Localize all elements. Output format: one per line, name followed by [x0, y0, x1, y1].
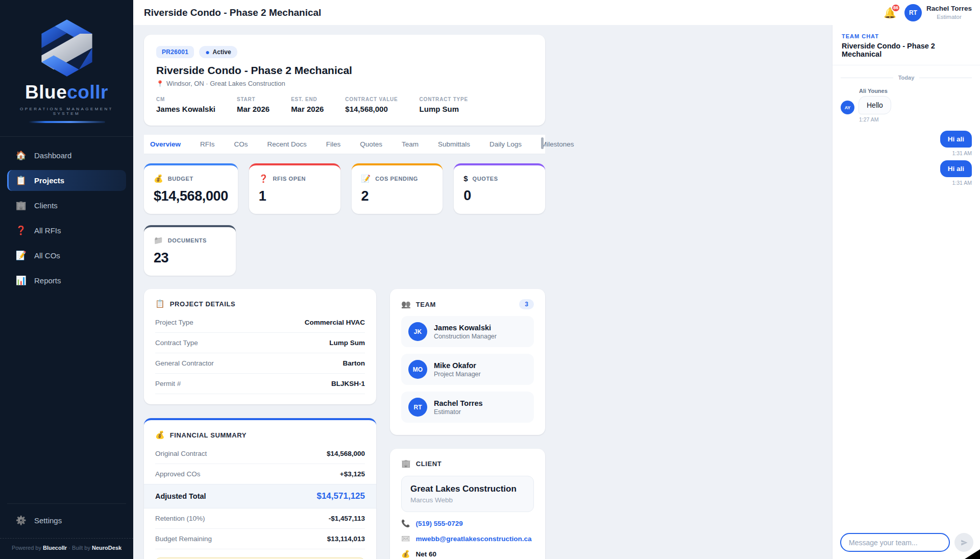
- money-bag-icon: 💰: [155, 430, 165, 440]
- paper-plane-icon: [960, 539, 968, 547]
- stat-cards-row-2: 📁 DOCUMENTS 23: [144, 225, 545, 276]
- folder-icon: 📁: [154, 236, 163, 245]
- tab-rfis[interactable]: RFIs: [199, 135, 216, 154]
- sidebar-item-dashboard[interactable]: 🏠 Dashboard: [7, 145, 126, 166]
- sidebar-item-projects[interactable]: 📋 Projects: [7, 170, 126, 191]
- team-member-row[interactable]: RT Rachel Torres Estimator: [401, 392, 534, 423]
- rfi-question-icon: ❓: [15, 225, 27, 236]
- money-bag-icon: 💰: [401, 550, 410, 558]
- team-member-row[interactable]: JK James Kowalski Construction Manager: [401, 316, 534, 347]
- status-badge: ● Active: [199, 46, 237, 58]
- tab-team[interactable]: Team: [401, 135, 420, 154]
- projects-icon: 📋: [15, 175, 27, 186]
- client-phone-link[interactable]: (519) 555-0729: [415, 520, 462, 527]
- notifications-button[interactable]: 🔔 86: [884, 7, 896, 19]
- bluecollr-logo-icon: [32, 17, 102, 81]
- project-details-card: 📋 PROJECT DETAILS Project Type Commercia…: [144, 289, 376, 404]
- project-title: Riverside Condo - Phase 2 Mechanical: [156, 64, 533, 77]
- meta-contract-value: CONTRACT VALUE $14,568,000: [345, 96, 398, 113]
- brand-tagline: OPERATIONS MANAGEMENT SYSTEM: [5, 107, 128, 116]
- chat-input-bar: [832, 527, 980, 559]
- tab-submittals[interactable]: Submittals: [437, 135, 471, 154]
- memo-icon: 📝: [361, 174, 371, 183]
- chat-timestamp: 1:31 AM: [952, 180, 972, 186]
- chat-timestamp: 1:31 AM: [952, 150, 972, 156]
- tab-recent-docs[interactable]: Recent Docs: [266, 135, 308, 154]
- sidebar-item-clients[interactable]: 🏢 Clients: [7, 195, 126, 216]
- tab-overview[interactable]: Overview: [149, 135, 182, 154]
- chat-day-divider: Today: [841, 75, 972, 81]
- member-avatar: MO: [408, 360, 427, 379]
- footer-brand-bluecollr: Bluecollr: [43, 545, 67, 551]
- tab-cos[interactable]: COs: [233, 135, 249, 154]
- client-card: 🏢 CLIENT Great Lakes Construction Marcus…: [390, 449, 545, 559]
- project-meta-row: CM James Kowalski START Mar 2026 EST. EN…: [156, 96, 533, 113]
- chat-message-incoming: Ali Younes AY Hello 1:27 AM: [841, 88, 972, 123]
- client-phone-row: 📞 (519) 555-0729: [401, 519, 534, 527]
- user-name: Rachel Torres: [926, 5, 972, 13]
- building-icon: 🏢: [401, 459, 411, 468]
- envelope-icon: ✉️: [401, 534, 410, 543]
- meta-cm: CM James Kowalski: [156, 96, 215, 113]
- client-company-box: Great Lakes Construction Marcus Webb: [401, 476, 534, 512]
- tab-milestones[interactable]: Milestones: [540, 135, 575, 154]
- sidebar-item-all-rfis[interactable]: ❓ All RFIs: [7, 220, 126, 241]
- chat-bubble: Hi ali: [940, 131, 972, 148]
- project-overview-card: PR26001 ● Active Riverside Condo - Phase…: [144, 35, 545, 126]
- tab-quotes[interactable]: Quotes: [359, 135, 383, 154]
- chat-bubble: Hello: [859, 96, 891, 114]
- user-menu[interactable]: RT Rachel Torres Estimator: [904, 4, 972, 21]
- chat-message-outgoing: Hi ali 1:31 AM: [841, 131, 972, 156]
- stat-card-cos-pending[interactable]: 📝 COS PENDING 2: [352, 163, 443, 214]
- sidebar-nav: 🏠 Dashboard 📋 Projects 🏢 Clients ❓ All R…: [0, 145, 133, 291]
- stat-card-rfis-open[interactable]: ❓ RFIS OPEN 1: [249, 163, 340, 214]
- stat-card-budget[interactable]: 💰 BUDGET $14,568,000: [144, 163, 238, 214]
- send-button[interactable]: [954, 533, 973, 552]
- sidebar-item-all-cos[interactable]: 📝 All COs: [7, 245, 126, 266]
- fin-row-retention: Retention (10%) -$1,457,113: [155, 508, 365, 529]
- meta-start: START Mar 2026: [237, 96, 270, 113]
- sidebar-divider: [0, 136, 133, 137]
- budget-value: $14,568,000: [154, 188, 228, 204]
- stat-card-quotes[interactable]: $ QUOTES 0: [454, 163, 545, 214]
- brand-block: Bluecollr OPERATIONS MANAGEMENT SYSTEM: [0, 0, 133, 123]
- team-count-badge: 3: [519, 299, 534, 309]
- change-order-icon: 📝: [15, 250, 27, 261]
- chat-header: TEAM CHAT Riverside Condo - Phase 2 Mech…: [832, 25, 980, 65]
- detail-row-contract-type: Contract Type Lump Sum: [155, 333, 365, 353]
- tab-files[interactable]: Files: [325, 135, 342, 154]
- phone-icon: 📞: [401, 519, 410, 527]
- stat-cards-row-1: 💰 BUDGET $14,568,000 ❓ RFIS OPEN 1: [144, 163, 545, 214]
- question-mark-icon: ❓: [259, 174, 268, 183]
- sidebar-settings-section: ⚙️ Settings: [7, 503, 126, 538]
- main-content: PR26001 ● Active Riverside Condo - Phase…: [133, 25, 832, 559]
- chat-kicker: TEAM CHAT: [842, 33, 971, 39]
- team-member-row[interactable]: MO Mike Okafor Project Manager: [401, 354, 534, 385]
- team-icon: 👥: [401, 300, 411, 309]
- brand-wordmark: Bluecollr: [5, 82, 128, 103]
- financial-summary-card: 💰 FINANCIAL SUMMARY Original Contract $1…: [144, 418, 376, 559]
- user-avatar: RT: [904, 4, 922, 21]
- sidebar-item-settings[interactable]: ⚙️ Settings: [7, 510, 126, 531]
- detail-row-general-contractor: General Contractor Barton: [155, 353, 365, 374]
- project-location: Windsor, ON · Great Lakes Construction: [166, 80, 285, 87]
- chat-message-input[interactable]: [840, 533, 950, 552]
- client-email-link[interactable]: mwebb@greatlakesconstruction.ca: [415, 535, 531, 543]
- tab-daily-logs[interactable]: Daily Logs: [488, 135, 523, 154]
- fin-row-original-contract: Original Contract $14,568,000: [155, 444, 365, 464]
- dollar-icon: $: [463, 174, 468, 183]
- tabs-scrollbar-thumb[interactable]: [541, 137, 544, 149]
- sidebar-item-reports[interactable]: 📊 Reports: [7, 270, 126, 291]
- stat-card-documents[interactable]: 📁 DOCUMENTS 23: [144, 225, 236, 276]
- client-email-row: ✉️ mwebb@greatlakesconstruction.ca: [401, 534, 534, 543]
- chat-messages: Today Ali Younes AY Hello 1:27 AM Hi ali…: [832, 65, 980, 527]
- chat-sender-name: Ali Younes: [859, 88, 972, 94]
- location-pin-icon: 📍: [156, 80, 164, 87]
- gear-icon: ⚙️: [15, 515, 27, 526]
- page-title: Riverside Condo - Phase 2 Mechanical: [144, 7, 321, 18]
- cos-pending-value: 2: [361, 188, 433, 204]
- client-contact-name: Marcus Webb: [410, 496, 525, 504]
- fin-row-adjusted-total: Adjusted Total $14,571,125: [144, 484, 376, 508]
- brand-underline: [29, 121, 105, 123]
- chat-message-outgoing: Hi ali 1:31 AM: [841, 160, 972, 186]
